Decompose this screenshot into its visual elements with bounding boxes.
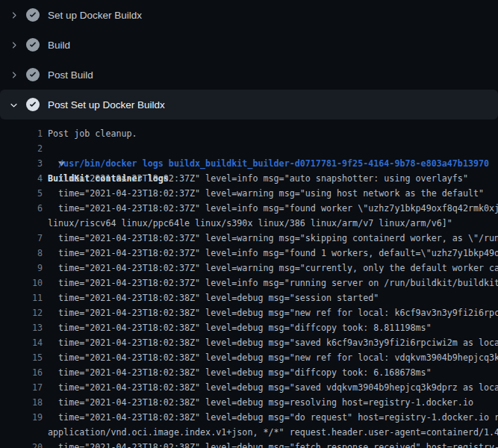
log-line: 19 time="2021-04-23T18:02:38Z" level=deb…: [0, 410, 498, 425]
log-line-number[interactable]: 16: [0, 365, 43, 380]
log-line-number[interactable]: 12: [0, 305, 43, 320]
log-line-number[interactable]: 14: [0, 335, 43, 350]
log-line-number[interactable]: [0, 216, 43, 231]
log-line: 16 time="2021-04-23T18:02:38Z" level=deb…: [0, 365, 498, 380]
step-label: Set up Docker Buildx: [48, 10, 142, 21]
log-line-text: /usr/bin/docker logs buildx_buildkit_bui…: [48, 156, 489, 171]
check-circle-icon: [26, 8, 40, 22]
log-line: 9 time="2021-04-23T18:02:37Z" level=warn…: [0, 261, 498, 276]
chevron-down-icon: [7, 99, 19, 111]
check-circle-icon: [26, 98, 40, 111]
check-circle-icon: [26, 68, 40, 81]
log-line-number[interactable]: 3: [0, 156, 43, 171]
log-line-text: time="2021-04-23T18:02:37Z" level=info m…: [48, 276, 498, 290]
log-line: 17 time="2021-04-23T18:02:38Z" level=deb…: [0, 380, 498, 395]
log-line: 13 time="2021-04-23T18:02:38Z" level=deb…: [0, 320, 498, 335]
chevron-right-icon: [7, 69, 19, 81]
log-line-text: time="2021-04-23T18:02:37Z" level=info m…: [48, 171, 468, 186]
log-line-text: time="2021-04-23T18:02:38Z" level=debug …: [48, 335, 498, 350]
log-line-number[interactable]: 10: [0, 276, 43, 290]
chevron-right-icon: [7, 39, 19, 51]
log-line-text: time="2021-04-23T18:02:38Z" level=debug …: [48, 290, 379, 305]
step-log-viewer: 1 Post job cleanup. 2 BuildKit container…: [0, 119, 498, 448]
log-line: 12 time="2021-04-23T18:02:38Z" level=deb…: [0, 305, 498, 320]
log-line-number[interactable]: 1: [0, 126, 43, 141]
log-line-text: time="2021-04-23T18:02:38Z" level=debug …: [48, 440, 498, 448]
log-line-number[interactable]: 20: [0, 440, 43, 448]
log-line-number[interactable]: 2: [0, 141, 43, 156]
log-line-text: time="2021-04-23T18:02:37Z" level=warnin…: [48, 186, 484, 201]
log-line: 5 time="2021-04-23T18:02:37Z" level=warn…: [0, 186, 498, 201]
log-line: 14 time="2021-04-23T18:02:38Z" level=deb…: [0, 335, 498, 350]
job-steps-list: Set up Docker Buildx Build Post Build: [0, 0, 498, 119]
check-circle-icon: [26, 38, 40, 52]
step-label: Build: [48, 40, 70, 51]
log-line-text: time="2021-04-23T18:02:38Z" level=debug …: [48, 305, 498, 320]
log-line-text: application/vnd.oci.image.index.v1+json,…: [48, 425, 498, 440]
log-line: 6 time="2021-04-23T18:02:37Z" level=info…: [0, 201, 498, 216]
log-line-number[interactable]: 13: [0, 320, 43, 335]
log-line-number[interactable]: 5: [0, 186, 43, 201]
log-line-number[interactable]: 4: [0, 171, 43, 186]
step-label: Post Set up Docker Buildx: [48, 99, 165, 111]
log-line: 2 BuildKit container logs: [0, 141, 498, 156]
step-row-0[interactable]: Set up Docker Buildx: [0, 0, 498, 30]
log-line: application/vnd.oci.image.index.v1+json,…: [0, 425, 498, 440]
log-line: 10 time="2021-04-23T18:02:37Z" level=inf…: [0, 276, 498, 290]
step-row-3[interactable]: Post Set up Docker Buildx: [0, 90, 498, 119]
log-line-number[interactable]: 7: [0, 231, 43, 246]
log-line: linux/riscv64 linux/ppc64le linux/s390x …: [0, 216, 498, 231]
log-line-text: BuildKit container logs: [48, 141, 169, 156]
actions-log-panel: Set up Docker Buildx Build Post Build: [0, 0, 498, 448]
log-line-number[interactable]: 19: [0, 410, 43, 425]
log-line: 18 time="2021-04-23T18:02:38Z" level=deb…: [0, 395, 498, 410]
log-line-number[interactable]: 9: [0, 261, 43, 276]
log-line: 20 time="2021-04-23T18:02:38Z" level=deb…: [0, 440, 498, 448]
log-line-text: time="2021-04-23T18:02:38Z" level=debug …: [48, 350, 498, 365]
log-line-number[interactable]: 18: [0, 395, 43, 410]
log-line-text: time="2021-04-23T18:02:37Z" level=warnin…: [48, 261, 498, 276]
log-line-text: Post job cleanup.: [48, 126, 137, 141]
log-line: 4 time="2021-04-23T18:02:37Z" level=info…: [0, 171, 498, 186]
step-label: Post Build: [48, 69, 93, 81]
log-line-text: time="2021-04-23T18:02:38Z" level=debug …: [48, 395, 473, 410]
log-line: 7 time="2021-04-23T18:02:37Z" level=warn…: [0, 231, 498, 246]
log-line-number[interactable]: 11: [0, 290, 43, 305]
step-row-2[interactable]: Post Build: [0, 60, 498, 90]
log-line-number[interactable]: 17: [0, 380, 43, 395]
log-line: 11 time="2021-04-23T18:02:38Z" level=deb…: [0, 290, 498, 305]
log-line-text: time="2021-04-23T18:02:38Z" level=debug …: [48, 365, 432, 380]
log-line-text: time="2021-04-23T18:02:38Z" level=debug …: [48, 410, 498, 425]
log-line-text: time="2021-04-23T18:02:37Z" level=info m…: [48, 201, 498, 216]
log-line: 15 time="2021-04-23T18:02:38Z" level=deb…: [0, 350, 498, 365]
log-line-text: linux/riscv64 linux/ppc64le linux/s390x …: [48, 216, 452, 231]
log-line: 1 Post job cleanup.: [0, 126, 498, 141]
log-line: 8 time="2021-04-23T18:02:37Z" level=info…: [0, 246, 498, 261]
log-line-text: time="2021-04-23T18:02:37Z" level=info m…: [48, 246, 498, 261]
log-line-number[interactable]: 8: [0, 246, 43, 261]
log-line-number[interactable]: 15: [0, 350, 43, 365]
log-line-text: time="2021-04-23T18:02:38Z" level=debug …: [48, 380, 498, 395]
log-line-text: time="2021-04-23T18:02:38Z" level=debug …: [48, 320, 432, 335]
log-line: 3 /usr/bin/docker logs buildx_buildkit_b…: [0, 156, 498, 171]
log-line-number[interactable]: 6: [0, 201, 43, 216]
log-line-number[interactable]: [0, 425, 43, 440]
log-line-text: time="2021-04-23T18:02:37Z" level=warnin…: [48, 231, 498, 246]
step-row-1[interactable]: Build: [0, 30, 498, 60]
chevron-right-icon: [7, 9, 19, 21]
